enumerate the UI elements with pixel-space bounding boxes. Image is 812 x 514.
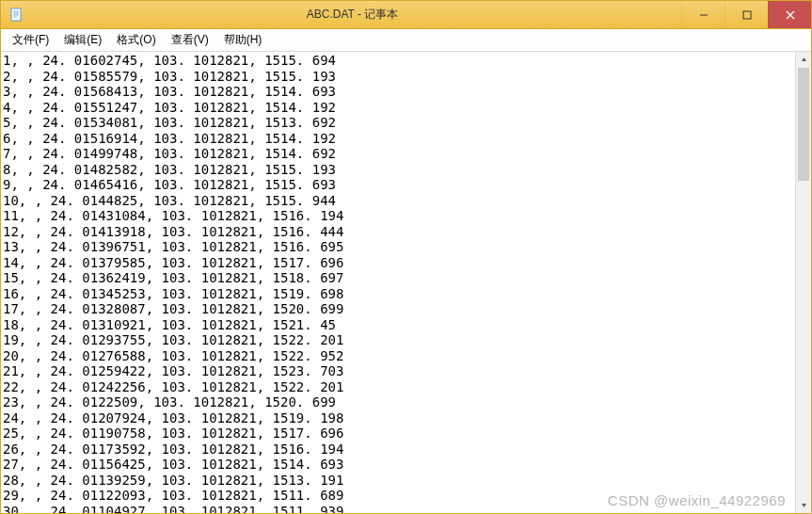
svg-rect-6 [743, 11, 751, 19]
maximize-button[interactable] [724, 1, 768, 28]
menubar: 文件(F) 编辑(E) 格式(O) 查看(V) 帮助(H) [1, 29, 811, 52]
menu-view[interactable]: 查看(V) [164, 29, 216, 51]
window-title: ABC.DAT - 记事本 [24, 7, 681, 23]
scroll-thumb[interactable] [798, 68, 809, 181]
menu-file[interactable]: 文件(F) [5, 29, 56, 51]
text-editor[interactable]: 1, , 24. 01602745, 103. 1012821, 1515. 6… [1, 52, 795, 513]
close-button[interactable] [768, 1, 811, 28]
window-controls [681, 1, 811, 28]
svg-marker-9 [802, 57, 806, 61]
menu-format[interactable]: 格式(O) [109, 29, 163, 51]
vertical-scrollbar[interactable] [795, 52, 811, 513]
minimize-button[interactable] [681, 1, 724, 28]
titlebar[interactable]: ABC.DAT - 记事本 [1, 1, 811, 29]
scroll-track[interactable] [796, 68, 811, 497]
svg-marker-10 [802, 504, 806, 507]
notepad-window: ABC.DAT - 记事本 文件(F) 编辑(E) 格式(O) 查看(V) 帮助… [0, 0, 812, 514]
content-area: 1, , 24. 01602745, 103. 1012821, 1515. 6… [1, 52, 811, 513]
menu-edit[interactable]: 编辑(E) [56, 29, 109, 51]
scroll-down-button[interactable] [796, 497, 811, 513]
svg-rect-0 [11, 8, 21, 21]
scroll-up-button[interactable] [796, 52, 811, 68]
notepad-icon [8, 8, 24, 23]
menu-help[interactable]: 帮助(H) [216, 29, 270, 51]
